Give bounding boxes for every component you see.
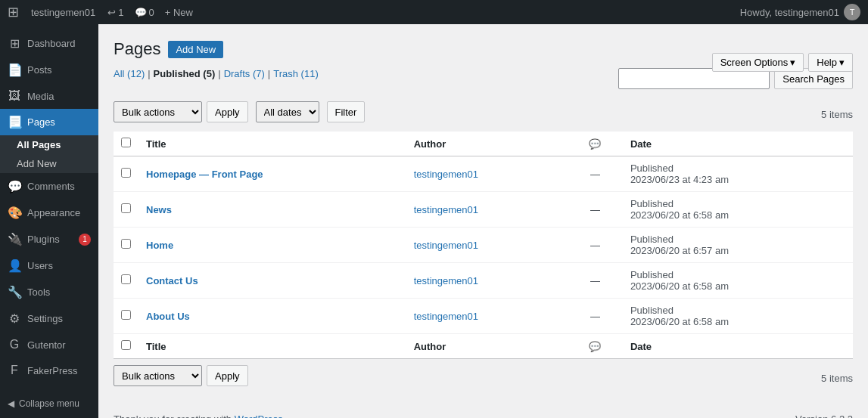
check-all-checkbox-bottom[interactable] (121, 340, 131, 350)
sidebar-item-users[interactable]: 👤 Users (0, 252, 98, 279)
table-row: Homepage — Front Page testingemen01 — Pu… (114, 156, 853, 192)
row-date-cell: Published 2023/06/20 at 6:58 am (623, 263, 853, 299)
row-datetime: 2023/06/23 at 4:23 am (630, 174, 729, 185)
apply-button-bottom[interactable]: Apply (207, 365, 248, 386)
row-checkbox[interactable] (121, 239, 131, 249)
footer-credit: Thank you for creating with WordPress. (114, 413, 285, 418)
revision-icon: ↩ (107, 7, 116, 18)
bulk-actions-select-bottom[interactable]: Bulk actions Edit Move to Trash (114, 365, 202, 386)
title-column-footer[interactable]: Title (138, 334, 406, 359)
all-filter[interactable]: All (12) (114, 68, 145, 79)
sidebar-item-media[interactable]: 🖼 Media (0, 83, 98, 109)
dates-filter-select[interactable]: All dates 2023/06 (256, 101, 319, 122)
revisions-item[interactable]: ↩ 1 (107, 7, 123, 18)
screen-options-bar: Screen Options ▾ Help ▾ (712, 53, 853, 72)
comment-dash: — (590, 169, 600, 180)
row-checkbox[interactable] (121, 274, 131, 284)
date-column-footer[interactable]: Date (623, 334, 853, 359)
plugins-badge: 1 (79, 234, 91, 246)
tablenav-top: Bulk actions Edit Move to Trash Apply Al… (114, 101, 365, 122)
comments-column-footer: 💬 (568, 334, 623, 359)
comments-column-header: 💬 (568, 132, 623, 156)
filter-button[interactable]: Filter (327, 101, 366, 122)
submenu-all-pages[interactable]: All Pages (0, 135, 98, 154)
row-date-cell: Published 2023/06/20 at 6:58 am (623, 299, 853, 334)
row-date-cell: Published 2023/06/23 at 4:23 am (623, 156, 853, 192)
sidebar-item-tools[interactable]: 🔧 Tools (0, 279, 98, 305)
author-link[interactable]: testingemen01 (414, 169, 478, 180)
row-title-cell: Contact Us (138, 263, 406, 299)
check-all-th (114, 132, 138, 156)
adminbar-items: ↩ 1 💬 0 + New (107, 7, 193, 18)
sidebar-item-gutentor[interactable]: G Gutentor (0, 332, 98, 358)
row-checkbox[interactable] (121, 168, 131, 178)
sidebar-item-fakerpress[interactable]: F FakerPress (0, 358, 98, 383)
row-status: Published (630, 234, 674, 245)
comments-item[interactable]: 💬 0 (135, 7, 154, 18)
sidebar-item-dashboard[interactable]: ⊞ Dashboard (0, 30, 98, 57)
date-column-header[interactable]: Date (623, 132, 853, 156)
author-link[interactable]: testingemen01 (414, 204, 478, 215)
title-column-header[interactable]: Title (138, 132, 406, 156)
page-title-link[interactable]: Contact Us (146, 275, 198, 286)
page-title-link[interactable]: About Us (146, 311, 190, 322)
apply-button-top[interactable]: Apply (207, 101, 248, 122)
row-author-cell: testingemen01 (406, 299, 568, 334)
row-datetime: 2023/06/20 at 6:58 am (630, 280, 729, 292)
comments-header-icon: 💬 (589, 138, 601, 150)
screen-options-button[interactable]: Screen Options ▾ (712, 53, 804, 72)
author-link[interactable]: testingemen01 (414, 240, 478, 251)
filter-links: All (12) | Published (5) | Drafts (7) | … (114, 68, 319, 79)
row-comments-cell: — (568, 299, 623, 334)
sidebar-item-appearance[interactable]: 🎨 Appearance (0, 200, 98, 226)
submenu-add-new[interactable]: Add New (0, 154, 98, 173)
row-author-cell: testingemen01 (406, 192, 568, 228)
avatar[interactable]: T (844, 4, 860, 20)
check-all-th-bottom (114, 334, 138, 359)
wp-logo[interactable]: ⊞ (8, 4, 19, 20)
page-title-link[interactable]: Home (146, 240, 173, 251)
site-name[interactable]: testingemen01 (31, 7, 95, 18)
sidebar-item-settings[interactable]: ⚙ Settings (0, 305, 98, 332)
row-checkbox[interactable] (121, 203, 131, 213)
row-author-cell: testingemen01 (406, 156, 568, 192)
wordpress-link[interactable]: WordPress. (235, 413, 286, 418)
published-filter[interactable]: Published (5) (154, 68, 216, 79)
row-datetime: 2023/06/20 at 6:58 am (630, 316, 729, 327)
drafts-filter[interactable]: Drafts (7) (224, 68, 265, 79)
row-title-cell: About Us (138, 299, 406, 334)
sidebar-item-comments[interactable]: 💬 Comments (0, 173, 98, 200)
admin-sidebar: ⊞ Dashboard 📄 Posts 🖼 Media 📃 Pages All … (0, 24, 98, 418)
add-new-button[interactable]: Add New (168, 41, 223, 58)
help-button[interactable]: Help ▾ (808, 53, 853, 72)
sidebar-item-posts[interactable]: 📄 Posts (0, 57, 98, 83)
trash-filter[interactable]: Trash (11) (273, 68, 319, 79)
row-datetime: 2023/06/20 at 6:58 am (630, 209, 729, 221)
check-all-checkbox[interactable] (121, 138, 131, 147)
row-checkbox-cell (114, 299, 138, 334)
tablenav-bottom: Bulk actions Edit Move to Trash Apply (114, 365, 248, 386)
page-title-link[interactable]: News (146, 204, 172, 215)
row-comments-cell: — (568, 263, 623, 299)
collapse-menu-button[interactable]: ◀ Collapse menu (0, 391, 98, 416)
version-text: Version 6.2.2 (795, 413, 853, 418)
sidebar-item-plugins[interactable]: 🔌 Plugins 1 (0, 226, 98, 252)
author-link[interactable]: testingemen01 (414, 311, 478, 322)
author-column-header: Author (406, 132, 568, 156)
plugins-icon: 🔌 (8, 232, 21, 246)
page-title-link[interactable]: Homepage — Front Page (146, 169, 263, 180)
new-item[interactable]: + New (165, 7, 193, 18)
page-title: Pages (114, 39, 160, 59)
media-icon: 🖼 (8, 89, 21, 103)
row-datetime: 2023/06/20 at 6:57 am (630, 245, 729, 256)
row-checkbox[interactable] (121, 310, 131, 320)
bulk-actions-select[interactable]: Bulk actions Edit Move to Trash (114, 101, 202, 122)
row-checkbox-cell (114, 228, 138, 263)
row-comments-cell: — (568, 156, 623, 192)
author-link[interactable]: testingemen01 (414, 275, 478, 286)
pages-submenu: All Pages Add New (0, 135, 98, 173)
howdy-text: Howdy, testingemen01 (740, 7, 839, 18)
row-date-cell: Published 2023/06/20 at 6:58 am (623, 192, 853, 228)
fakerpress-icon: F (8, 364, 21, 377)
sidebar-item-pages[interactable]: 📃 Pages (0, 109, 98, 135)
